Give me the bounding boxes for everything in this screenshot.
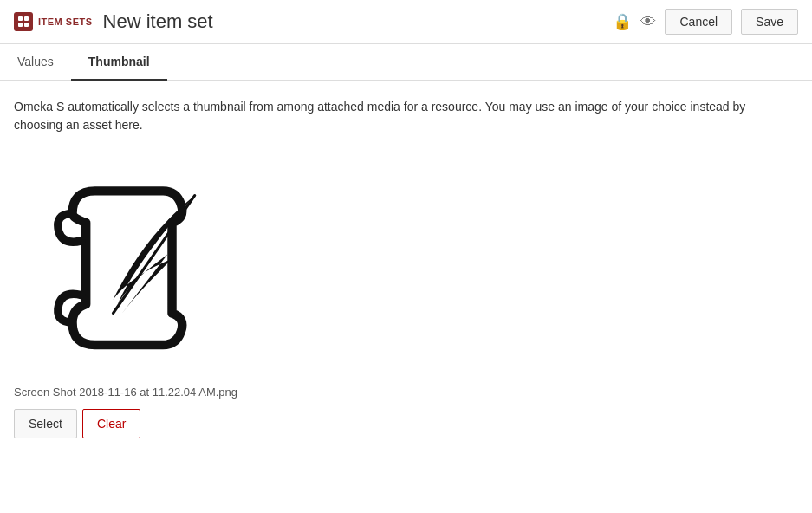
filename-text: Screen Shot 2018-11-16 at 11.22.04 AM.pn…: [14, 386, 798, 399]
brand-icon: [14, 12, 33, 31]
description-text: Omeka S automatically selects a thumbnai…: [14, 98, 794, 134]
svg-rect-2: [18, 23, 23, 27]
cancel-button[interactable]: Cancel: [665, 9, 732, 35]
eye-icon[interactable]: 👁: [640, 13, 656, 31]
save-button[interactable]: Save: [741, 9, 798, 35]
svg-rect-1: [24, 16, 29, 21]
omeka-logo-svg: [23, 164, 222, 363]
svg-rect-3: [24, 23, 29, 27]
clear-button[interactable]: Clear: [82, 409, 140, 438]
page-title: New item set: [103, 10, 614, 33]
thumbnail-image: [14, 155, 231, 372]
thumbnail-buttons: Select Clear: [14, 409, 798, 438]
svg-rect-0: [18, 16, 23, 21]
brand-label: ITEM SETS: [38, 16, 93, 27]
tab-thumbnail[interactable]: Thumbnail: [71, 44, 167, 81]
thumbnail-container: [14, 155, 798, 372]
select-button[interactable]: Select: [14, 409, 77, 438]
page-header: ITEM SETS New item set 🔒 👁 Cancel Save: [0, 0, 812, 44]
main-content: Omeka S automatically selects a thumbnai…: [0, 81, 812, 456]
svg-line-4: [114, 196, 195, 314]
brand-area: ITEM SETS: [14, 12, 93, 31]
tab-bar: Values Thumbnail: [0, 44, 812, 81]
lock-icon[interactable]: 🔒: [613, 12, 632, 31]
header-actions: 🔒 👁 Cancel Save: [613, 9, 798, 35]
tab-values[interactable]: Values: [0, 44, 71, 81]
